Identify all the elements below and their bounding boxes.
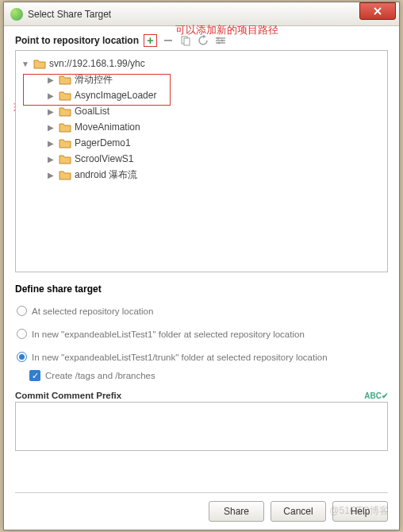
spellcheck-icon[interactable]: ABC✔ bbox=[364, 391, 388, 400]
svg-point-5 bbox=[217, 42, 220, 44]
share-option-2[interactable]: In new "expandeableListTest1" folder at … bbox=[17, 329, 388, 339]
expand-arrow-icon[interactable]: ▼ bbox=[21, 60, 30, 68]
tree-item[interactable]: ▶滑动控件 bbox=[19, 71, 384, 87]
tree-item-label: android 瀑布流 bbox=[75, 168, 137, 182]
folder-icon bbox=[59, 74, 71, 85]
svg-point-3 bbox=[217, 37, 219, 40]
folder-icon bbox=[59, 169, 71, 180]
tree-item[interactable]: ▶MoveAnimation bbox=[19, 119, 384, 135]
folder-icon bbox=[33, 58, 46, 69]
share-button[interactable]: Share bbox=[209, 501, 264, 522]
radio-icon bbox=[17, 352, 27, 362]
repo-toolbar: + bbox=[144, 34, 227, 47]
radio-icon bbox=[17, 306, 27, 316]
svg-rect-0 bbox=[164, 40, 172, 41]
expand-arrow-icon[interactable]: ▶ bbox=[46, 91, 56, 100]
copy-icon[interactable] bbox=[179, 34, 192, 47]
expand-arrow-icon[interactable]: ▶ bbox=[46, 155, 56, 164]
settings-icon[interactable] bbox=[214, 34, 227, 47]
share-option-3[interactable]: In new "expandeableListTest1/trunk" fold… bbox=[17, 352, 388, 362]
titlebar: Select Share Target bbox=[4, 2, 399, 26]
commit-label: Commit Comment Prefix bbox=[15, 391, 121, 400]
share-option-1-label: At selected repository location bbox=[32, 306, 153, 316]
tree-item[interactable]: ▶android 瀑布流 bbox=[19, 167, 384, 183]
share-heading: Define share target bbox=[15, 283, 388, 295]
tree-item-label: AsyncImageLoader bbox=[75, 90, 156, 101]
tree-item[interactable]: ▶ScroolViewS1 bbox=[19, 151, 384, 167]
radio-icon bbox=[17, 329, 27, 339]
window-title: Select Share Target bbox=[28, 9, 111, 20]
folder-icon bbox=[59, 90, 71, 101]
folder-icon bbox=[59, 121, 71, 133]
folder-icon bbox=[59, 137, 71, 148]
tree-item[interactable]: ▶GoalList bbox=[19, 103, 384, 119]
button-bar: Share Cancel Help bbox=[15, 492, 388, 522]
svg-rect-2 bbox=[184, 38, 190, 45]
tree-root[interactable]: ▼ svn://192.168.1.99/yhc bbox=[19, 56, 384, 71]
expand-arrow-icon[interactable]: ▶ bbox=[46, 107, 56, 116]
create-tags-label: Create /tags and /branches bbox=[45, 371, 155, 380]
dialog-window: Select Share Target 可以添加新的项目路径 如果有路径直接选择… bbox=[3, 2, 400, 530]
tree-item-label: PagerDemo1 bbox=[75, 137, 131, 148]
tree-item-label: MoveAnimation bbox=[75, 121, 140, 133]
expand-arrow-icon[interactable]: ▶ bbox=[46, 123, 56, 132]
help-button[interactable]: Help bbox=[332, 501, 388, 522]
tree-item-label: ScroolViewS1 bbox=[75, 153, 133, 164]
expand-arrow-icon[interactable]: ▶ bbox=[46, 139, 56, 148]
repo-tree[interactable]: ▼ svn://192.168.1.99/yhc ▶滑动控件▶AsyncImag… bbox=[15, 50, 388, 272]
tree-item[interactable]: ▶PagerDemo1 bbox=[19, 135, 384, 151]
share-option-2-label: In new "expandeableListTest1" folder at … bbox=[32, 330, 305, 339]
share-option-1[interactable]: At selected repository location bbox=[17, 306, 388, 316]
close-button[interactable] bbox=[359, 2, 396, 20]
close-icon bbox=[374, 7, 382, 15]
commit-prefix-input[interactable] bbox=[15, 402, 388, 451]
refresh-icon[interactable] bbox=[197, 34, 209, 47]
svg-point-4 bbox=[221, 40, 223, 42]
expand-arrow-icon[interactable]: ▶ bbox=[46, 171, 56, 179]
tree-root-label: svn://192.168.1.99/yhc bbox=[49, 58, 145, 69]
expand-arrow-icon[interactable]: ▶ bbox=[46, 75, 56, 84]
repo-heading-row: Point to repository location + bbox=[15, 34, 388, 47]
share-option-3-label: In new "expandeableListTest1/trunk" fold… bbox=[32, 353, 328, 362]
folder-icon bbox=[59, 106, 71, 117]
create-tags-row[interactable]: ✓ Create /tags and /branches bbox=[15, 370, 388, 381]
minus-icon[interactable] bbox=[162, 34, 175, 47]
cancel-button[interactable]: Cancel bbox=[271, 501, 326, 522]
tree-item-label: 滑动控件 bbox=[75, 73, 113, 87]
checkbox-icon: ✓ bbox=[29, 370, 40, 381]
tree-item[interactable]: ▶AsyncImageLoader bbox=[19, 87, 384, 103]
repo-heading: Point to repository location bbox=[15, 35, 139, 46]
folder-icon bbox=[59, 153, 71, 164]
tree-item-label: GoalList bbox=[75, 106, 109, 117]
commit-label-row: Commit Comment Prefix ABC✔ bbox=[15, 391, 388, 400]
add-location-button[interactable]: + bbox=[144, 34, 157, 47]
app-icon bbox=[10, 8, 23, 21]
